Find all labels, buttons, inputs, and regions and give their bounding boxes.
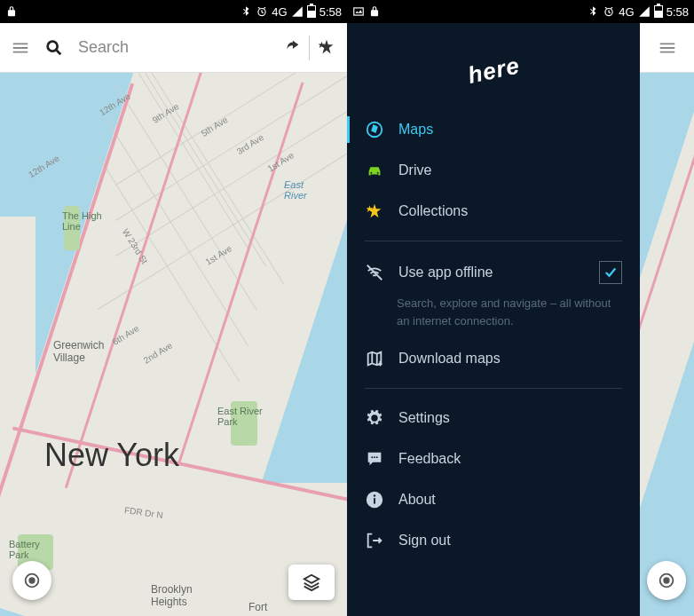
gear-icon <box>365 408 384 428</box>
status-bar: 4G 5:58 <box>0 0 347 23</box>
svg-point-17 <box>374 494 375 496</box>
layers-button[interactable] <box>288 565 335 600</box>
map-download-icon <box>365 349 384 368</box>
drawer-label: Collections <box>398 203 468 219</box>
drawer-item-signout[interactable]: Sign out <box>347 520 640 561</box>
drawer-item-maps[interactable]: Maps <box>347 109 640 150</box>
city-label: New York <box>44 437 179 474</box>
drawer-label: Drive <box>398 162 431 178</box>
compass-icon <box>365 120 384 139</box>
svg-point-7 <box>664 578 669 583</box>
search-icon[interactable] <box>44 38 64 58</box>
svg-point-9 <box>370 172 372 174</box>
offline-checkbox[interactable] <box>599 261 622 284</box>
divider <box>365 241 622 241</box>
collections-icon[interactable] <box>317 38 336 58</box>
park-label: Battery Park <box>9 539 40 560</box>
drawer-label: Sign out <box>398 533 451 549</box>
app-bar: Search <box>0 23 347 73</box>
signal-icon <box>291 5 304 18</box>
network-label: 4G <box>272 5 287 19</box>
drawer-label: Settings <box>398 410 450 426</box>
svg-point-14 <box>376 456 378 458</box>
alarm-icon <box>603 5 615 18</box>
car-icon <box>365 161 384 180</box>
map-sliver <box>640 23 694 616</box>
phone-left: 4G 5:58 Search <box>0 0 347 616</box>
divider <box>309 36 310 60</box>
map-view[interactable]: 12th Ave 9th Ave 5th Ave 3rd Ave 1st Ave… <box>0 73 347 616</box>
locate-button[interactable] <box>647 561 686 600</box>
offline-description: Search, explore and navigate – all witho… <box>347 295 640 338</box>
svg-rect-4 <box>354 8 364 15</box>
drawer-label: Feedback <box>398 451 461 467</box>
svg-point-3 <box>29 578 35 583</box>
svg-point-12 <box>371 456 373 458</box>
drawer-label: Download maps <box>398 351 501 367</box>
drawer-item-about[interactable]: About <box>347 479 640 520</box>
drawer-label: About <box>398 492 436 508</box>
directions-icon[interactable] <box>282 38 302 58</box>
park-label: The High Line <box>62 210 102 232</box>
drawer-label: Use app offline <box>398 265 493 280</box>
drawer-item-drive[interactable]: Drive <box>347 150 640 191</box>
neighborhood-label: Brooklyn Heights <box>151 583 193 608</box>
svg-point-1 <box>48 41 58 51</box>
drawer-item-download[interactable]: Download maps <box>347 338 640 379</box>
battery-icon <box>307 5 316 18</box>
park-label: East River Park <box>217 406 263 427</box>
svg-point-13 <box>374 456 375 458</box>
divider <box>365 388 622 389</box>
neighborhood-label: Greenwich Village <box>53 339 104 364</box>
water-label: East River <box>284 179 307 201</box>
svg-point-11 <box>372 415 377 421</box>
battery-icon <box>654 5 663 18</box>
feedback-icon <box>365 449 384 469</box>
street-label: 12th Ave <box>27 154 61 180</box>
lock-icon <box>368 5 381 18</box>
drawer-item-offline[interactable]: Use app offline <box>347 250 640 295</box>
signout-icon <box>365 531 384 550</box>
image-icon <box>352 5 365 18</box>
navigation-drawer: here Maps Drive Collections Use app offl… <box>347 23 640 616</box>
clock-label: 5:58 <box>666 5 689 19</box>
network-label: 4G <box>619 5 634 19</box>
search-input[interactable]: Search <box>78 38 129 57</box>
neighborhood-label: Fort <box>248 601 267 613</box>
bluetooth-icon <box>240 5 252 18</box>
bluetooth-icon <box>587 5 599 18</box>
svg-point-10 <box>377 172 379 174</box>
phone-right: 4G 5:58 here Maps Drive <box>347 0 694 616</box>
menu-icon[interactable] <box>11 38 30 58</box>
lock-icon <box>5 5 18 18</box>
app-logo: here <box>347 41 640 109</box>
clock-label: 5:58 <box>319 5 342 19</box>
alarm-icon <box>256 5 268 18</box>
locate-button[interactable] <box>12 561 51 600</box>
svg-rect-16 <box>374 498 375 503</box>
drawer-item-collections[interactable]: Collections <box>347 191 640 232</box>
signal-icon <box>638 5 651 18</box>
drawer-item-settings[interactable]: Settings <box>347 398 640 438</box>
info-icon <box>365 490 384 509</box>
drawer-item-feedback[interactable]: Feedback <box>347 438 640 479</box>
wifi-off-icon <box>365 263 384 282</box>
status-bar: 4G 5:58 <box>347 0 694 23</box>
menu-icon[interactable] <box>658 38 677 58</box>
drawer-label: Maps <box>398 122 433 138</box>
star-icon <box>365 201 384 221</box>
